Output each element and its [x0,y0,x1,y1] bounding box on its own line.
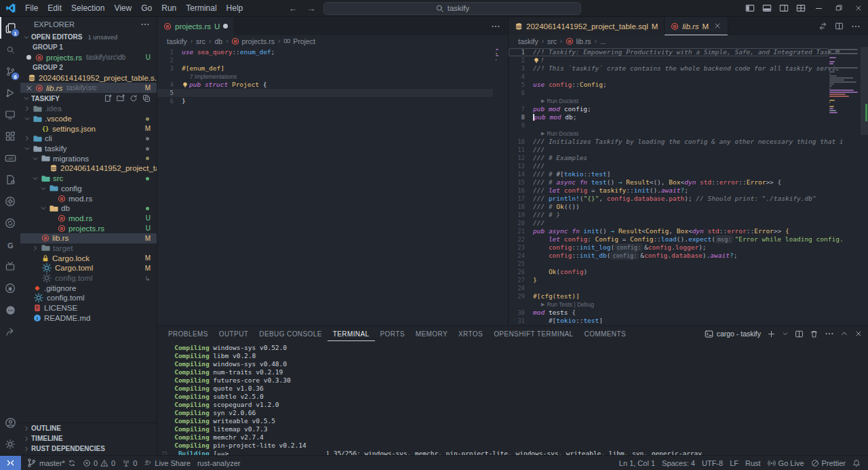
window-minimize-button[interactable] [809,0,829,16]
menu-selection[interactable]: Selection [66,0,109,16]
chev-d-icon[interactable] [782,330,789,337]
editor-tab[interactable]: Rprojects.rsU [157,17,235,35]
code-line[interactable]: 20/// [509,219,829,227]
statusbar-remote-indicator[interactable] [0,456,21,470]
tree-item[interactable]: Rmod.rsU [20,214,157,224]
tree-item[interactable]: Rlib.rsM [20,233,157,243]
statusbar-problems[interactable]: 00 [79,456,119,470]
panel-tab-xrtos[interactable]: XRTOS [453,326,488,341]
code-line[interactable]: 2! [509,56,829,64]
menu-go[interactable]: Go [136,0,157,16]
panel-tab-problems[interactable]: PROBLEMS [163,326,214,341]
codelens[interactable]: ▶Run Doctest [509,97,868,105]
menu-view[interactable]: View [109,0,136,16]
statusbar-go-live[interactable]: Go Live [764,456,808,470]
code-line[interactable]: 9 [509,121,829,130]
nav-forward-icon[interactable]: → [305,3,317,14]
close-icon[interactable] [854,330,863,338]
codelens[interactable]: ▶Run Tests | Debug [509,300,868,309]
new-folder-icon[interactable] [117,94,125,102]
trash-icon[interactable] [810,330,818,338]
statusbar-eol[interactable]: LF [726,456,742,470]
tree-item[interactable]: config.toml↳ [20,273,157,283]
tree-item[interactable]: taskify [20,144,157,154]
breadcrumb[interactable]: taskify›src›Rlib.rs›... [509,35,868,47]
activitybar-item-source-control[interactable]: 8 [0,60,20,82]
breadcrumb-item[interactable]: db [214,37,222,45]
panel-tab-ports[interactable]: PORTS [375,326,410,341]
tree-item[interactable]: src [20,174,157,184]
code-line[interactable]: 12/// # Examples [509,154,829,162]
toggle-sidebar-icon[interactable] [741,0,758,16]
lightbulb-icon[interactable] [182,81,189,88]
code-line[interactable]: 27} [509,276,829,284]
toggle-panel-icon[interactable] [758,0,775,16]
code-line[interactable]: 16/// let config = taskify::init().await… [509,187,829,195]
code-line[interactable]: 26 Ok(config) [509,268,829,276]
collapse-icon[interactable] [142,94,151,102]
sidebar-section-timeline[interactable]: TIMELINE [20,433,157,444]
workspace-section-header[interactable]: TASKIFY [20,93,157,104]
tree-item[interactable]: Rmod.rs [20,193,157,203]
code-line[interactable]: 7pub mod config; [509,105,829,113]
panel-tab-output[interactable]: OUTPUT [214,326,254,341]
activitybar-item-github[interactable] [0,277,20,299]
breadcrumb-item[interactable]: Project [283,37,315,45]
more-icon[interactable] [491,22,500,31]
code-line[interactable]: 29#[cfg(test)] [509,292,829,300]
statusbar-cursor-position[interactable]: Ln 1, Col 1 [616,456,658,470]
activitybar-item-rest-api-client[interactable]: /API [0,147,20,169]
tree-item[interactable]: .vscode [20,114,157,124]
codelens[interactable]: ▶Run Test | Debug [509,325,868,326]
code-line[interactable]: 1use sea_query::enum_def; [157,48,493,56]
activitybar-item-dependency-sync[interactable] [0,212,20,234]
statusbar-live-share[interactable]: Live Share [140,456,194,470]
refresh-icon[interactable] [130,94,138,102]
plus-icon[interactable] [767,330,776,338]
code-line[interactable]: 23 config::init_log(config:&config.logge… [509,243,829,252]
code-line[interactable]: 21pub async fn init() → Result<Config, B… [509,227,829,235]
code-editor-lib[interactable]: 1//! Taskify: Empowering Productivity wi… [509,47,868,326]
breadcrumb-item[interactable]: taskify [518,37,538,45]
activitybar-item-openshift[interactable] [0,191,20,212]
code-editor-projects[interactable]: 1use sea_query::enum_def;23#[enum_def]7 … [157,47,508,326]
breadcrumb[interactable]: taskify›src›db›Rprojects.rs›Project [157,35,508,47]
lightbulb-icon[interactable] [533,57,540,64]
code-line[interactable]: 15/// # async fn test() → Result<(), Box… [509,178,829,187]
command-center-search[interactable]: taskify [323,2,581,15]
close-editor[interactable] [25,84,33,92]
tree-item[interactable]: config [20,184,157,194]
code-line[interactable]: 5use config::Config; [509,81,829,89]
code-line[interactable]: 13/// [509,162,829,170]
activitybar-item-code-tv[interactable] [0,256,20,277]
compare-icon[interactable] [818,22,827,31]
code-line[interactable]: 4pub struct Project { [157,81,493,89]
code-line[interactable]: 30mod tests { [509,309,829,317]
minimap[interactable] [496,49,505,60]
code-line[interactable]: 6 [509,89,829,97]
menu-terminal[interactable]: Terminal [181,0,221,16]
statusbar-notifications[interactable] [849,456,864,470]
statusbar-language-mode[interactable]: Rust [742,456,764,470]
chev-u-icon[interactable] [840,330,848,338]
more-icon[interactable] [851,22,861,31]
panel-tab-comments[interactable]: COMMENTS [579,326,632,341]
activitybar-item-search[interactable] [0,39,20,60]
code-line[interactable]: 10/// Initializes Taskify by loading the… [509,138,829,146]
code-line[interactable]: 5 [157,89,493,97]
activitybar-item-remote-explorer[interactable] [0,104,20,125]
editor-tab[interactable]: 20240614141952_project_table.sqlM [509,17,665,35]
open-editors-header[interactable]: OPEN EDITORS 1 unsaved [20,32,157,42]
code-line[interactable]: 31 #[tokio::test] [509,317,829,325]
code-line[interactable]: 24 config::init_db(config:&config.databa… [509,252,829,260]
code-line[interactable]: 17/// println!("{}", config.database.pat… [509,195,829,203]
activitybar-item-git-live[interactable] [0,321,20,342]
menu-run[interactable]: Run [157,0,181,16]
new-file-icon[interactable] [104,94,112,102]
codelens[interactable]: 7 implementations [157,73,508,81]
tree-item[interactable]: migrations [20,153,157,163]
scrollbar-thumb[interactable] [861,47,868,135]
activitybar-item-gitlens[interactable]: G [0,234,20,256]
tree-item[interactable]: LICENSE [20,303,157,313]
menu-edit[interactable]: Edit [43,0,66,16]
